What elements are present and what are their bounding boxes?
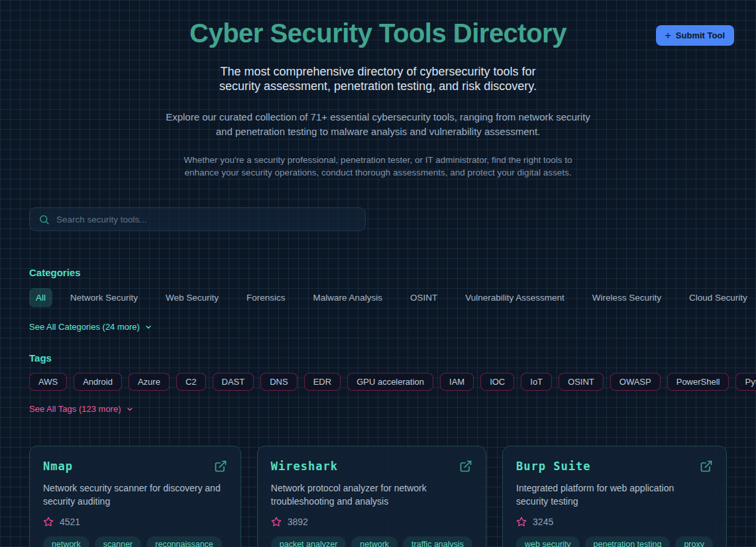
tool-tag: proxy	[675, 536, 713, 547]
see-all-tags-link[interactable]: See All Tags (123 more)	[29, 404, 134, 414]
tag-pill-iam[interactable]: IAM	[440, 373, 474, 391]
tool-tag: reconnaissance	[146, 536, 222, 547]
tags-heading: Tags	[29, 352, 727, 364]
tag-pill-iot[interactable]: IoT	[521, 373, 552, 391]
tag-pill-ioc[interactable]: IOC	[480, 373, 514, 391]
tool-name: Nmap	[43, 460, 73, 473]
tool-card[interactable]: Wireshark Network protocol analyzer for …	[257, 446, 486, 547]
search-input[interactable]	[56, 215, 356, 224]
tag-pill-dast[interactable]: DAST	[213, 373, 254, 391]
see-all-categories-link[interactable]: See All Categories (24 more)	[29, 322, 152, 332]
external-link-icon[interactable]	[214, 460, 227, 473]
tool-tag: network	[351, 536, 398, 547]
tool-tag: scanner	[95, 536, 141, 547]
category-pill-row: AllNetwork SecurityWeb SecurityForensics…	[29, 288, 727, 307]
chevron-down-icon	[126, 405, 134, 413]
tag-pill-dns[interactable]: DNS	[260, 373, 297, 391]
hero-section: Cyber Security Tools Directory The most …	[29, 0, 727, 179]
page-title: Cyber Security Tools Directory	[29, 20, 727, 46]
category-pill-cloud-security[interactable]: Cloud Security	[679, 288, 756, 307]
see-all-tags-label: See All Tags (123 more)	[29, 404, 121, 414]
category-pill-wireless-security[interactable]: Wireless Security	[582, 288, 671, 307]
tool-tag: web security	[516, 536, 579, 547]
tool-card[interactable]: Nmap Network security scanner for discov…	[29, 446, 241, 547]
submit-tool-label: Submit Tool	[676, 30, 725, 40]
tag-pill-azure[interactable]: Azure	[129, 373, 170, 391]
page-tagline: Whether you're a security professional, …	[174, 154, 582, 179]
tag-pill-c2[interactable]: C2	[176, 373, 206, 391]
tag-pill-aws[interactable]: AWS	[29, 373, 67, 391]
tool-tag: penetration testing	[585, 536, 671, 547]
category-pill-forensics[interactable]: Forensics	[237, 288, 296, 307]
search-box[interactable]	[29, 207, 366, 231]
star-row: 3892	[271, 517, 472, 527]
tags-section: Tags AWSAndroidAzureC2DASTDNSEDRGPU acce…	[29, 352, 727, 415]
category-pill-vulnerability-assessment[interactable]: Vulnerability Assessment	[455, 288, 574, 307]
star-row: 4521	[43, 517, 227, 527]
tool-card[interactable]: Burp Suite Integrated platform for web a…	[502, 446, 727, 547]
search-section	[29, 207, 727, 231]
tag-pill-owasp[interactable]: OWASP	[610, 373, 661, 391]
tool-tag: traffic analysis	[403, 536, 472, 547]
tool-tag: packet analyzer	[271, 536, 347, 547]
plus-icon: +	[665, 30, 671, 41]
tag-pill-osint[interactable]: OSINT	[559, 373, 604, 391]
tag-pill-python-security[interactable]: Python security	[735, 373, 756, 391]
star-count: 3245	[533, 517, 553, 527]
star-count: 3892	[288, 517, 308, 527]
tool-tag-row: web securitypenetration testingproxy	[516, 536, 713, 547]
search-icon	[38, 214, 50, 225]
external-link-icon[interactable]	[700, 460, 713, 473]
star-count: 4521	[60, 517, 80, 527]
tag-pill-edr[interactable]: EDR	[304, 373, 341, 391]
tag-pill-row: AWSAndroidAzureC2DASTDNSEDRGPU accelerat…	[29, 373, 727, 391]
page-subtitle: The most comprehensive directory of cybe…	[199, 64, 557, 93]
tool-tag-row: networkscannerreconnaissance	[43, 536, 227, 547]
tool-card-grid: Nmap Network security scanner for discov…	[29, 446, 727, 547]
external-link-icon[interactable]	[459, 460, 472, 473]
tool-description: Network security scanner for discovery a…	[43, 481, 227, 508]
tag-pill-gpu-acceleration[interactable]: GPU acceleration	[347, 373, 433, 391]
tag-pill-powershell[interactable]: PowerShell	[667, 373, 729, 391]
tool-name: Wireshark	[271, 460, 338, 473]
page-description: Explore our curated collection of 71+ es…	[164, 110, 592, 139]
tool-description: Network protocol analyzer for network tr…	[271, 481, 457, 508]
category-pill-network-security[interactable]: Network Security	[60, 288, 148, 307]
category-pill-all[interactable]: All	[29, 288, 52, 307]
see-all-categories-label: See All Categories (24 more)	[29, 322, 140, 332]
category-pill-malware-analysis[interactable]: Malware Analysis	[303, 288, 392, 307]
submit-tool-button[interactable]: + Submit Tool	[656, 25, 734, 46]
category-pill-osint[interactable]: OSINT	[400, 288, 447, 307]
categories-heading: Categories	[29, 267, 727, 278]
tool-tag: network	[43, 536, 89, 547]
star-icon	[43, 517, 54, 527]
tool-tag-row: packet analyzernetworktraffic analysis	[271, 536, 472, 547]
categories-section: Categories AllNetwork SecurityWeb Securi…	[29, 267, 727, 332]
tag-pill-android[interactable]: Android	[74, 373, 122, 391]
star-icon	[516, 517, 527, 527]
star-icon	[271, 517, 282, 527]
tool-name: Burp Suite	[516, 460, 590, 473]
category-pill-web-security[interactable]: Web Security	[156, 288, 229, 307]
tool-description: Integrated platform for web application …	[516, 481, 702, 508]
star-row: 3245	[516, 517, 713, 527]
chevron-down-icon	[144, 323, 152, 331]
